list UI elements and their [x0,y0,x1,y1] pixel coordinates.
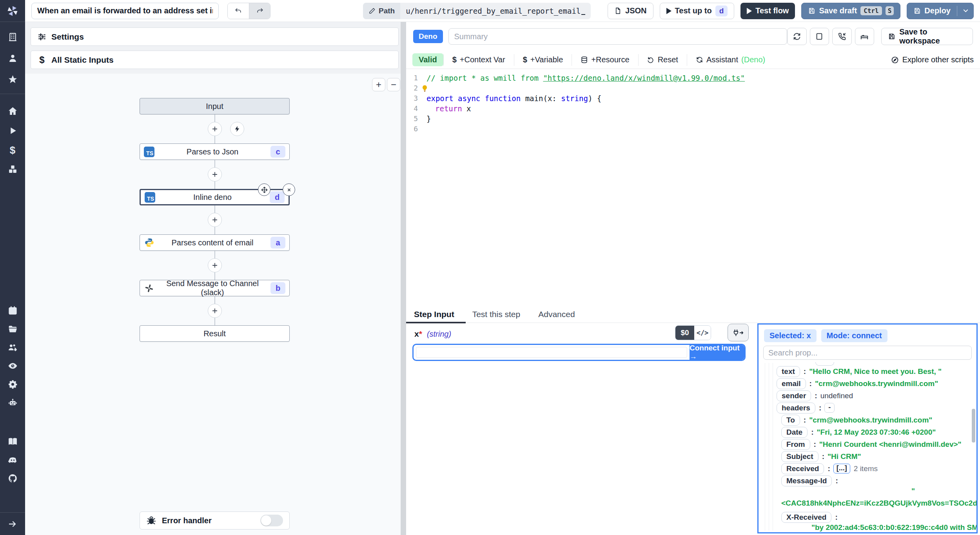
assistant-button[interactable]: Assistant (Deno) [687,54,774,66]
json-key[interactable]: To [781,415,800,426]
sidebar-item-workspace[interactable] [0,32,25,42]
editor-header-icons: Save to workspace [787,28,973,45]
bug-icon [146,515,156,526]
json-key[interactable]: X-Received [781,512,831,523]
panel-resize-handle[interactable] [401,22,406,535]
step-input-field[interactable] [416,347,687,358]
scrollbar-thumb[interactable] [972,409,975,443]
expand-array-button[interactable]: [...] [833,464,850,473]
sync-button[interactable] [787,28,807,45]
json-button[interactable]: JSON [608,3,653,19]
add-step-button[interactable] [208,258,222,272]
sidebar-item-github[interactable] [0,473,25,483]
sidebar-item-folders[interactable] [0,324,25,334]
sidebar-item-groups[interactable] [0,342,25,352]
trigger-button[interactable] [230,122,244,136]
flow-node-parses-to-json[interactable]: TS Parses to Json c [140,143,290,160]
reset-button[interactable]: Reset [638,54,687,66]
code-mode-button[interactable]: </> [694,326,711,340]
flow-node-input[interactable]: Input [140,98,290,114]
save-draft-button[interactable]: Save draft Ctrl S [801,3,900,19]
lightbulb-icon[interactable] [421,85,428,92]
add-step-button[interactable] [208,167,222,181]
windmill-logo[interactable] [0,0,25,22]
json-key[interactable]: text [777,366,800,377]
webhook-button[interactable] [832,28,852,45]
windmill-logo-icon [7,5,18,17]
flow-connector [140,296,290,325]
save-icon [808,7,815,15]
sidebar-item-variables[interactable]: $ [0,145,25,155]
save-to-workspace-button[interactable]: Save to workspace [881,28,973,45]
search-prop-input[interactable] [763,346,972,360]
flow-node-send-message-slack[interactable]: Send Message to Channel (slack) b [140,280,290,296]
all-static-inputs-bar[interactable]: $ All Static Inputs [31,51,399,69]
sidebar-item-discord[interactable] [0,455,25,465]
json-key[interactable]: Received [781,463,824,474]
delete-step-button[interactable] [283,183,295,196]
add-step-button[interactable] [208,122,222,136]
code-editor[interactable]: 1 // import * as wmill from "https://den… [406,69,980,305]
tab-step-input[interactable]: Step Input [414,310,454,319]
expand-button[interactable] [810,28,829,45]
path-group[interactable]: Path u/henri/triggered_by_email_report_e… [363,3,591,19]
error-handler-bar[interactable]: Error handler [140,511,290,530]
sidebar-collapse[interactable] [0,512,25,535]
undo-button[interactable] [228,3,249,19]
move-icon [261,186,268,194]
collapse-toggle[interactable]: - [824,403,835,413]
sidebar-item-home[interactable] [0,106,25,116]
json-key[interactable]: Subject [781,451,818,462]
flow-node-result[interactable]: Result [140,325,290,342]
sidebar-item-user[interactable] [0,53,25,63]
json-key[interactable]: Message-Id [781,475,832,486]
undo-redo-group [227,3,270,19]
github-icon [8,473,18,483]
deploy-button[interactable]: Deploy [907,3,974,19]
path-value[interactable]: u/henri/triggered_by_email_report_email [400,3,591,19]
sidebar-item-docs[interactable] [0,436,25,446]
flow-node-parses-content-of-email[interactable]: Parses content of email a [140,234,290,251]
zoom-in-button[interactable]: + [372,78,385,91]
sidebar-item-settings[interactable] [0,379,25,389]
connect-mode-button[interactable] [728,324,749,341]
json-key[interactable]: sender [777,390,811,401]
template-mode-button[interactable]: $0 [675,326,694,340]
tab-test-this-step[interactable]: Test this step [472,310,521,319]
summary-input[interactable] [448,28,788,45]
zoom-out-button[interactable]: − [387,78,400,91]
connect-input-button[interactable]: Connect input → [690,345,744,360]
connect-input-wrapper: Connect input → [412,344,746,361]
test-up-to-button[interactable]: Test up to d [660,3,735,19]
canvas-zoom-controls: + − [372,78,400,91]
flow-node-inline-deno[interactable]: TS Inline deno d [140,189,290,205]
flow-title-input[interactable] [31,3,219,19]
move-step-button[interactable] [258,183,270,196]
add-variable-button[interactable]: $ +Variable [514,54,572,66]
add-resource-button[interactable]: +Resource [572,54,638,66]
json-row-date: Date:"Fri, 12 May 2023 07:30:46 +0200" [759,426,976,438]
redo-icon [256,7,264,15]
chevron-down-icon[interactable] [962,7,969,15]
json-key[interactable]: Date [781,427,808,438]
explore-other-scripts-button[interactable]: Explore other scripts [891,55,974,64]
add-step-button[interactable] [208,304,222,318]
error-handler-toggle[interactable] [260,515,283,526]
test-flow-button[interactable]: Test flow [740,3,795,19]
sidebar-item-audit-logs[interactable] [0,361,25,371]
field-label: x* (string) [414,329,451,339]
json-key[interactable]: From [781,439,810,450]
json-key[interactable]: email [777,378,806,389]
sidebar-item-schedules[interactable] [0,305,25,316]
add-step-button[interactable] [208,213,222,227]
sidebar-item-runs[interactable] [0,125,25,136]
flow-settings-bar[interactable]: Settings [31,27,399,46]
redo-button[interactable] [249,3,270,19]
tab-advanced[interactable]: Advanced [538,310,575,319]
sleep-button[interactable] [855,28,875,45]
sidebar-item-resources[interactable] [0,164,25,174]
sidebar-item-workers[interactable] [0,397,25,408]
json-key[interactable]: headers [777,403,815,413]
sidebar-item-favorites[interactable] [0,74,25,84]
add-context-var-button[interactable]: $ +Context Var [443,54,514,66]
